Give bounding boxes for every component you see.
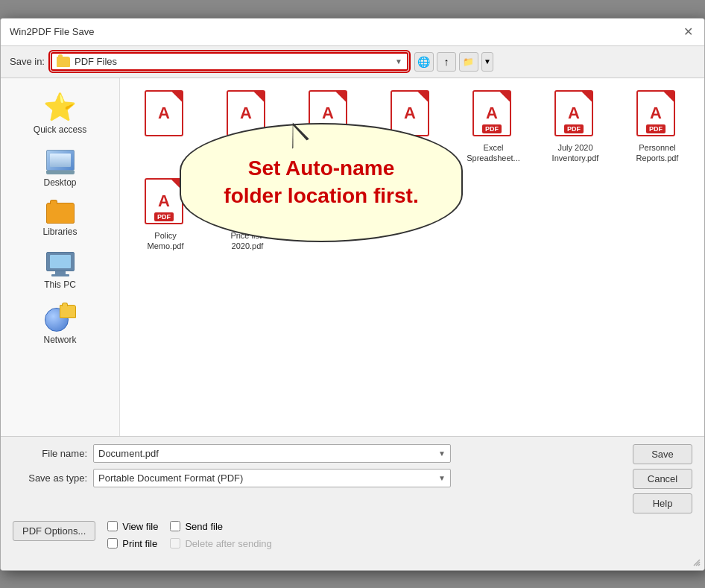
nav-up-button[interactable]: ↑ [437, 52, 456, 72]
dropdown-arrow-icon: ▼ [484, 57, 491, 66]
libraries-icon [46, 203, 75, 224]
new-folder-icon: 📁 [463, 57, 474, 67]
list-item[interactable]: A PDF July 2020Inventory.pdf [542, 90, 609, 164]
star-icon: ⭐ [43, 92, 77, 123]
sidebar-item-quick-access[interactable]: ⭐ Quick access [5, 86, 115, 141]
nav-back-button[interactable]: 🌐 [414, 52, 434, 72]
close-button[interactable]: ✕ [680, 25, 695, 39]
pdf-icon: A PDF [554, 90, 596, 139]
list-item[interactable]: A PDF PersonnelReports.pdf [624, 90, 691, 164]
checkboxes-col-2: Send file Delete after sending [170, 521, 271, 549]
tooltip-text: Set Auto-name folder location first. [209, 155, 433, 209]
combo-dropdown-arrow: ▼ [395, 57, 402, 66]
options-section: PDF Options... View file Print file Send… [13, 521, 692, 549]
view-file-row: View file [107, 521, 158, 532]
file-name-dropdown-arrow: ▼ [438, 449, 446, 458]
sidebar-item-network[interactable]: Network [5, 299, 115, 351]
save-as-type-row: Save as type: Portable Document Format (… [13, 469, 625, 487]
pdf-options-button[interactable]: PDF Options... [13, 521, 95, 541]
pc-icon [46, 252, 75, 276]
file-name: PolicyMemo.pdf [148, 230, 184, 252]
print-file-label[interactable]: Print file [122, 538, 157, 549]
cancel-button[interactable]: Cancel [633, 469, 692, 489]
window: Win2PDF File Save ✕ Save in: PDF Files ▼… [0, 18, 705, 571]
sidebar-item-label: This PC [44, 279, 76, 290]
print-file-row: Print file [107, 538, 158, 549]
title-bar: Win2PDF File Save ✕ [1, 19, 704, 46]
file-name-value: Document.pdf [98, 448, 435, 459]
up-arrow-icon: ↑ [443, 56, 449, 68]
file-name: ExcelSpreadsheet... [467, 142, 520, 164]
send-file-row: Send file [170, 521, 271, 532]
sidebar: ⭐ Quick access Desktop [1, 78, 120, 436]
file-name-label: File name: [13, 448, 87, 459]
desktop-icon [46, 150, 75, 174]
pdf-icon: A [145, 90, 186, 139]
sidebar-item-libraries[interactable]: Libraries [5, 197, 115, 243]
save-in-combo[interactable]: PDF Files ▼ [51, 52, 408, 71]
save-as-dropdown-arrow: ▼ [438, 474, 446, 482]
view-file-checkbox[interactable] [107, 521, 118, 531]
sidebar-item-label: Network [43, 335, 76, 345]
save-button[interactable]: Save [633, 444, 692, 464]
svg-line-2 [698, 564, 700, 566]
delete-after-row: Delete after sending [170, 538, 271, 549]
file-area: Set Auto-name folder location first. A [120, 78, 704, 436]
help-button[interactable]: Help [633, 493, 692, 513]
save-in-label: Save in: [10, 56, 45, 67]
bottom-area: File name: Document.pdf ▼ Save as type: … [1, 436, 704, 557]
tooltip-balloon: Set Auto-name folder location first. [180, 123, 463, 242]
new-folder-button[interactable]: 📁 [459, 52, 478, 72]
save-as-value: Portable Document Format (PDF) [98, 472, 435, 484]
resize-bar [1, 557, 704, 570]
window-title: Win2PDF File Save [10, 26, 94, 37]
checkboxes-col-1: View file Print file [107, 521, 158, 549]
sidebar-item-label: Libraries [42, 227, 77, 237]
pdf-icon: A PDF [636, 90, 678, 139]
view-file-label[interactable]: View file [122, 521, 158, 532]
main-area: ⭐ Quick access Desktop [1, 78, 704, 436]
delete-after-checkbox[interactable] [170, 538, 180, 549]
toolbar-buttons: 🌐 ↑ 📁 ▼ [414, 52, 493, 72]
list-item[interactable]: A [132, 90, 199, 164]
bottom-form: File name: Document.pdf ▼ Save as type: … [13, 444, 625, 493]
print-file-checkbox[interactable] [107, 538, 118, 549]
folder-icon [57, 57, 70, 67]
sidebar-item-this-pc[interactable]: This PC [5, 246, 115, 296]
toolbar: Save in: PDF Files ▼ 🌐 ↑ 📁 ▼ [1, 46, 704, 78]
sidebar-item-desktop[interactable]: Desktop [5, 144, 115, 194]
file-name: PersonnelReports.pdf [636, 142, 679, 164]
delete-after-label: Delete after sending [185, 538, 271, 549]
list-item[interactable]: A PDF ExcelSpreadsheet... [460, 90, 527, 164]
action-buttons: Save Cancel Help [633, 444, 692, 513]
save-as-type-input[interactable]: Portable Document Format (PDF) ▼ [93, 469, 451, 487]
file-name: July 2020Inventory.pdf [552, 142, 599, 164]
send-file-label[interactable]: Send file [185, 521, 223, 532]
bottom-row: File name: Document.pdf ▼ Save as type: … [13, 444, 692, 513]
file-name-row: File name: Document.pdf ▼ [13, 444, 625, 463]
sidebar-item-label: Desktop [43, 177, 76, 188]
file-name-input[interactable]: Document.pdf ▼ [93, 444, 451, 463]
save-as-label: Save as type: [13, 472, 87, 484]
folder-name: PDF Files [75, 56, 391, 67]
toolbar-dropdown-button[interactable]: ▼ [481, 52, 493, 72]
network-icon [45, 305, 76, 332]
send-file-checkbox[interactable] [170, 521, 180, 531]
resize-handle[interactable] [692, 558, 701, 567]
pdf-icon: A PDF [472, 90, 514, 139]
globe-icon: 🌐 [417, 56, 430, 68]
sidebar-item-label: Quick access [34, 124, 86, 135]
